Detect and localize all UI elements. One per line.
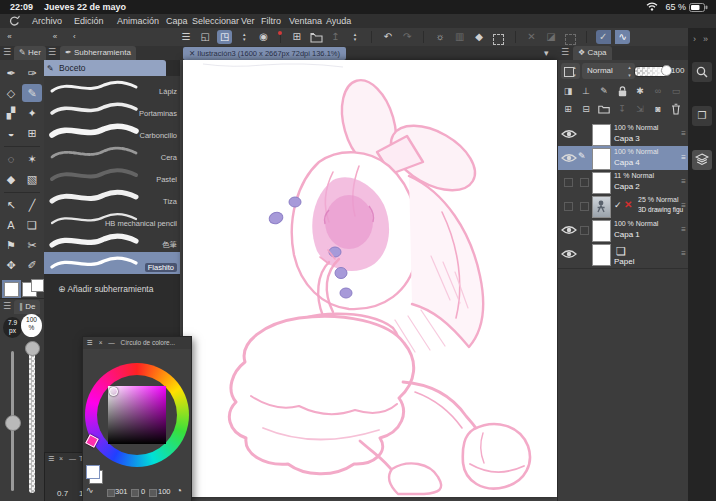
undo-icon[interactable]: ↶ bbox=[380, 30, 395, 44]
color-panel-close-icon[interactable]: × bbox=[99, 339, 103, 346]
layer-select-icon[interactable]: ▥ bbox=[452, 30, 467, 44]
lasso-tool[interactable]: ◌ bbox=[1, 150, 21, 168]
tab-herramienta[interactable]: ✎ Her bbox=[14, 46, 46, 60]
decoration-tool[interactable]: ✦ bbox=[22, 104, 42, 122]
selection-border-icon[interactable] bbox=[563, 30, 578, 44]
drag-handle-icon[interactable]: ≡ bbox=[681, 177, 686, 186]
layers-palette-button[interactable] bbox=[692, 150, 712, 170]
object-tool[interactable]: ↖ bbox=[1, 196, 21, 214]
menu-archivo[interactable]: Archivo bbox=[32, 16, 62, 26]
figure-tool[interactable]: ⊞ bbox=[22, 124, 42, 142]
drag-handle-icon[interactable]: ≡ bbox=[681, 201, 686, 210]
expand-all-icon[interactable]: » bbox=[703, 34, 708, 44]
toolbar-overflow-icon[interactable]: ▾ bbox=[544, 48, 549, 58]
delete-layer-icon[interactable] bbox=[668, 102, 684, 116]
menu-edicion[interactable]: Edición bbox=[74, 16, 104, 26]
visibility-eye-icon[interactable] bbox=[561, 225, 577, 235]
share-screen-icon[interactable]: ◳ bbox=[217, 30, 232, 44]
brush-size-badge[interactable]: 7.9px bbox=[3, 317, 22, 338]
timelapse-record-icon[interactable]: ◉ bbox=[256, 30, 271, 44]
gradient-tool[interactable]: ▧ bbox=[22, 170, 42, 188]
fill-tool[interactable]: ◆ bbox=[1, 170, 21, 188]
save-updown-icon[interactable]: ▴▾ bbox=[347, 30, 362, 44]
tool-panel-menu-icon[interactable]: ☰ bbox=[3, 47, 11, 57]
main-menu-icon[interactable]: ☰ bbox=[178, 30, 193, 44]
layer-row-capa1[interactable]: 100 % Normal Capa 1 ≡ bbox=[558, 218, 689, 243]
menu-ayuda[interactable]: Ayuda bbox=[326, 16, 351, 26]
deselect-icon[interactable]: ✕ bbox=[524, 30, 539, 44]
new-layer-icon[interactable]: ⊞ bbox=[560, 102, 576, 116]
opacity-slider-knob[interactable] bbox=[25, 341, 40, 356]
brush-hb-mechanical-pencil[interactable]: HB mechanical pencil bbox=[44, 208, 180, 231]
merge-down-icon[interactable]: ⇲ bbox=[632, 102, 648, 116]
blend-mode-select[interactable]: Normal ▴▾ bbox=[582, 63, 635, 79]
brush-flashito[interactable]: Flashito bbox=[44, 252, 180, 275]
main-color-chip[interactable] bbox=[86, 465, 100, 479]
visibility-checkbox-empty[interactable] bbox=[564, 178, 573, 187]
layer-mask-icon[interactable]: ◙ bbox=[650, 102, 666, 116]
text-tool[interactable]: A bbox=[1, 216, 21, 234]
menu-seleccionar[interactable]: Seleccionar bbox=[192, 16, 239, 26]
add-subtool-button[interactable]: ⊕ Añadir subherramienta bbox=[58, 284, 153, 294]
layer-thumbnail[interactable] bbox=[592, 124, 611, 146]
blend-tool[interactable]: ◒ bbox=[1, 124, 21, 142]
visibility-eye-icon[interactable] bbox=[561, 249, 577, 259]
expand-panel-icon[interactable]: › bbox=[693, 34, 696, 44]
pen-tool[interactable]: ✒ bbox=[1, 64, 21, 82]
visibility-eye-icon[interactable] bbox=[561, 153, 577, 163]
quick-access-button[interactable] bbox=[692, 62, 712, 82]
brush-color-pencil[interactable]: 色筆 bbox=[44, 230, 180, 253]
layer-row-capa3[interactable]: 100 % Normal Capa 3 ≡ bbox=[558, 122, 689, 147]
slider-panel-menu-icon[interactable]: ☰ bbox=[3, 301, 11, 311]
value-value[interactable]: 100 bbox=[158, 487, 171, 496]
paper-thumbnail[interactable] bbox=[592, 244, 611, 266]
ruler-tool[interactable]: ⚑ bbox=[1, 236, 21, 254]
layer-thumbnail[interactable] bbox=[592, 148, 611, 170]
collapse-subtool-icon[interactable]: « bbox=[47, 30, 62, 44]
brush-carboncillo[interactable]: Carboncillo bbox=[44, 120, 180, 143]
transfer-down-icon[interactable]: ↧ bbox=[614, 102, 630, 116]
invert-selection-icon[interactable]: ◪ bbox=[543, 30, 558, 44]
edit-checkbox-empty[interactable] bbox=[580, 226, 589, 235]
link-layers-icon[interactable]: ∞ bbox=[650, 84, 666, 98]
hsv-mode-toggle-icon[interactable]: ◔ bbox=[176, 485, 182, 496]
eyedropper-tool[interactable]: ✐ bbox=[22, 256, 42, 274]
pencil-tool[interactable]: ✎ bbox=[22, 84, 42, 102]
main-color-swatch[interactable] bbox=[4, 282, 19, 297]
ta-minimize-icon[interactable]: — bbox=[69, 455, 76, 462]
subtool-group-boceto[interactable]: ✎ Boceto bbox=[44, 60, 166, 76]
layer-row-capa4-selected[interactable]: ✎ 100 % Normal Capa 4 ≡ bbox=[558, 146, 689, 171]
navigator-button[interactable]: ❐ bbox=[692, 106, 712, 126]
brush-pastel[interactable]: Pastel bbox=[44, 164, 180, 187]
toolbar-updown-icon[interactable]: ▴▾ bbox=[237, 30, 252, 44]
line-tool[interactable]: ╱ bbox=[22, 196, 42, 214]
hand-tool[interactable]: ✥ bbox=[1, 256, 21, 274]
menu-filtro[interactable]: Filtro bbox=[261, 16, 281, 26]
ruler-range-icon[interactable]: ▭ bbox=[668, 84, 684, 98]
clip-to-layer-icon[interactable]: ◨ bbox=[560, 84, 576, 98]
menu-animacion[interactable]: Animación bbox=[117, 16, 159, 26]
brush-cera[interactable]: Cera bbox=[44, 142, 180, 165]
ta-close-icon[interactable]: × bbox=[59, 455, 63, 462]
lock-transparent-icon[interactable]: ⊥ bbox=[578, 84, 594, 98]
opacity-slider-track[interactable] bbox=[29, 345, 35, 493]
drag-handle-icon[interactable]: ≡ bbox=[681, 225, 686, 234]
saturation-value[interactable]: 0 bbox=[141, 487, 145, 496]
edit-checkbox-empty[interactable] bbox=[580, 178, 589, 187]
saturation-value-square[interactable] bbox=[108, 386, 166, 444]
layer-thumbnail[interactable] bbox=[592, 172, 611, 194]
3d-layer-thumbnail[interactable] bbox=[592, 196, 611, 218]
visibility-eye-icon[interactable] bbox=[561, 129, 577, 139]
brush-opacity-badge[interactable]: 100% bbox=[21, 314, 42, 337]
ta-value-1[interactable]: 0.7 bbox=[57, 489, 68, 498]
layers-panel-menu-icon[interactable]: ☰ bbox=[561, 47, 569, 57]
brush-tool[interactable]: ✑ bbox=[22, 64, 42, 82]
new-canvas-icon[interactable]: ⊞ bbox=[289, 30, 304, 44]
clip-studio-logo[interactable] bbox=[8, 15, 20, 27]
select-launcher-icon[interactable]: ☼ bbox=[433, 30, 448, 44]
save-icon[interactable]: ↥ bbox=[328, 30, 343, 44]
hue-value[interactable]: 301 bbox=[115, 487, 128, 496]
correct-line-tool[interactable]: ✂ bbox=[22, 236, 42, 254]
color-panel-menu-icon[interactable]: ☰ bbox=[87, 339, 93, 346]
lock-layer-icon[interactable] bbox=[614, 84, 630, 98]
